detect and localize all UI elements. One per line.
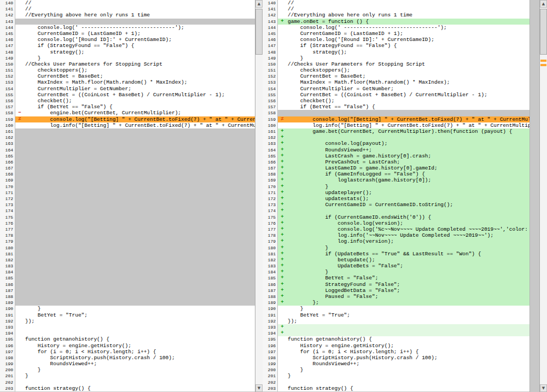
code-line[interactable]: [24, 165, 255, 171]
code-line[interactable]: console.log("[Betting] " + CurrentBet.to…: [24, 116, 255, 122]
code-line[interactable]: [24, 147, 255, 153]
code-line[interactable]: RoundsViewed++;: [287, 147, 529, 153]
left-code-area[interactable]: 140//141//142//Everything above here onl…: [0, 0, 255, 392]
code-line[interactable]: [24, 257, 255, 263]
code-line[interactable]: checkstoppers();: [24, 67, 255, 73]
code-line[interactable]: //: [24, 0, 255, 6]
code-line[interactable]: if (UpdateBets == "True" && LastResult =…: [287, 251, 529, 257]
code-line[interactable]: console.log('%c~~Nov~~~~ Update Complete…: [287, 226, 529, 232]
scroll-up-button[interactable]: ▲: [255, 0, 263, 8]
code-line[interactable]: }: [24, 55, 255, 61]
code-line[interactable]: log.info("[Betting] " + CurrentBet.toFix…: [287, 122, 529, 128]
code-line[interactable]: }: [287, 245, 529, 251]
code-line[interactable]: BetYet = "True";: [24, 312, 255, 318]
code-line[interactable]: }: [287, 373, 529, 379]
code-line[interactable]: [24, 263, 255, 269]
code-line[interactable]: [24, 202, 255, 208]
code-line[interactable]: [24, 269, 255, 275]
code-line[interactable]: }: [287, 55, 529, 61]
code-line[interactable]: CurrentGameID = CurrentGameID.toString()…: [287, 202, 529, 208]
code-line[interactable]: if (CurrentGameID.endsWith('0')) {: [287, 214, 529, 220]
code-line[interactable]: CurrentGameID = (LastGameID + 1);: [24, 31, 255, 37]
code-line[interactable]: console.log('[Round ID]:' + CurrentGameI…: [24, 37, 255, 43]
code-line[interactable]: loglastcrash(game.history[0]);: [287, 177, 529, 183]
code-line[interactable]: CurrentBet = ((CoinLost + BaseBet) / Cur…: [287, 92, 529, 98]
code-line[interactable]: [24, 190, 255, 196]
code-line[interactable]: });: [287, 318, 529, 324]
code-line[interactable]: log.info(version);: [287, 238, 529, 244]
code-line[interactable]: [24, 282, 255, 288]
code-line[interactable]: [287, 379, 529, 385]
code-line[interactable]: [24, 141, 255, 147]
code-line[interactable]: [24, 226, 255, 232]
code-line[interactable]: //: [24, 6, 255, 12]
code-line[interactable]: [24, 171, 255, 177]
code-line[interactable]: updatestats();: [287, 196, 529, 202]
code-line[interactable]: [24, 134, 255, 141]
code-line[interactable]: betupdate();: [287, 257, 529, 263]
code-line[interactable]: //: [287, 0, 529, 6]
code-line[interactable]: [24, 245, 255, 251]
code-line[interactable]: [287, 330, 529, 336]
code-line[interactable]: function getnanohistory() {: [287, 336, 529, 342]
code-line[interactable]: BetYet = "False";: [287, 275, 529, 281]
code-line[interactable]: CurrentMultiplier = GetNumber;: [287, 86, 529, 92]
code-line[interactable]: //Checks User Parameters for Stopping Sc…: [287, 61, 529, 67]
code-line[interactable]: function getnanohistory() {: [24, 336, 255, 342]
code-line[interactable]: }: [287, 306, 529, 312]
code-line[interactable]: [24, 330, 255, 336]
scroll-down-button[interactable]: ▼: [255, 384, 263, 392]
code-line[interactable]: }: [287, 269, 529, 275]
code-line[interactable]: checkbet();: [287, 98, 529, 104]
code-line[interactable]: [24, 238, 255, 244]
code-line[interactable]: Paused = "False";: [287, 294, 529, 300]
code-line[interactable]: [24, 184, 255, 190]
scroll-thumb[interactable]: [255, 9, 263, 55]
code-line[interactable]: [287, 110, 529, 116]
code-line[interactable]: MaxIndex = Math.floor(Math.random() * Ma…: [287, 79, 529, 85]
code-line[interactable]: console.log(version);: [287, 220, 529, 226]
code-line[interactable]: }: [24, 306, 255, 312]
code-line[interactable]: console.log("[Betting] " + CurrentBet.to…: [287, 116, 529, 122]
code-line[interactable]: [24, 159, 255, 165]
code-line[interactable]: };: [287, 300, 529, 306]
code-line[interactable]: for (i = 0; i < History.length; i++) {: [24, 349, 255, 355]
code-line[interactable]: [24, 208, 255, 214]
code-line[interactable]: //Everything above here only runs 1 time: [287, 12, 529, 18]
code-line[interactable]: [287, 208, 529, 214]
code-line[interactable]: CurrentMultiplier = GetNumber;: [24, 86, 255, 92]
code-line[interactable]: function strategy() {: [24, 385, 255, 391]
code-line[interactable]: //Checks User Parameters for Stopping Sc…: [24, 61, 255, 67]
code-line[interactable]: });: [24, 318, 255, 324]
code-line[interactable]: if (StrategyFound == "False") {: [24, 43, 255, 49]
scroll-up-button[interactable]: ▲: [540, 0, 547, 8]
code-line[interactable]: }: [287, 367, 529, 373]
code-line[interactable]: //: [287, 6, 529, 12]
code-line[interactable]: History = engine.getHistory();: [287, 343, 529, 349]
code-line[interactable]: [24, 153, 255, 159]
code-line[interactable]: ScriptHistory.push(History.crash / 100);: [24, 355, 255, 361]
code-line[interactable]: [287, 134, 529, 141]
code-line[interactable]: CurrentBet = BaseBet;: [24, 73, 255, 79]
code-line[interactable]: CurrentBet = ((CoinLost + BaseBet) / Cur…: [24, 92, 255, 98]
code-line[interactable]: PrevCashOut = LastCrash;: [287, 159, 529, 165]
code-line[interactable]: [24, 275, 255, 281]
code-line[interactable]: [24, 128, 255, 134]
code-line[interactable]: console.log(' --------------------------…: [24, 25, 255, 31]
code-line[interactable]: function strategy() {: [287, 385, 529, 391]
code-line[interactable]: MaxIndex = Math.floor(Math.random() * Ma…: [24, 79, 255, 85]
code-line[interactable]: if (BetYet == "False") {: [287, 104, 529, 110]
code-line[interactable]: }: [24, 367, 255, 373]
code-line[interactable]: [24, 294, 255, 300]
code-line[interactable]: log.info("[Betting] " + CurrentBet.toFix…: [24, 122, 255, 128]
code-line[interactable]: History = engine.getHistory();: [24, 343, 255, 349]
code-line[interactable]: for (i = 0; i < History.length; i++) {: [287, 349, 529, 355]
code-line[interactable]: LoggedBetData = "False";: [287, 288, 529, 294]
code-line[interactable]: }: [24, 373, 255, 379]
code-line[interactable]: [24, 251, 255, 257]
code-line[interactable]: console.log(payout);: [287, 141, 529, 147]
right-code-area[interactable]: 140//141//142//Everything above here onl…: [263, 0, 529, 392]
code-line[interactable]: [24, 214, 255, 220]
code-line[interactable]: LastGameID = game.history[0].gameId;: [287, 165, 529, 171]
code-line[interactable]: updateplayer();: [287, 190, 529, 196]
